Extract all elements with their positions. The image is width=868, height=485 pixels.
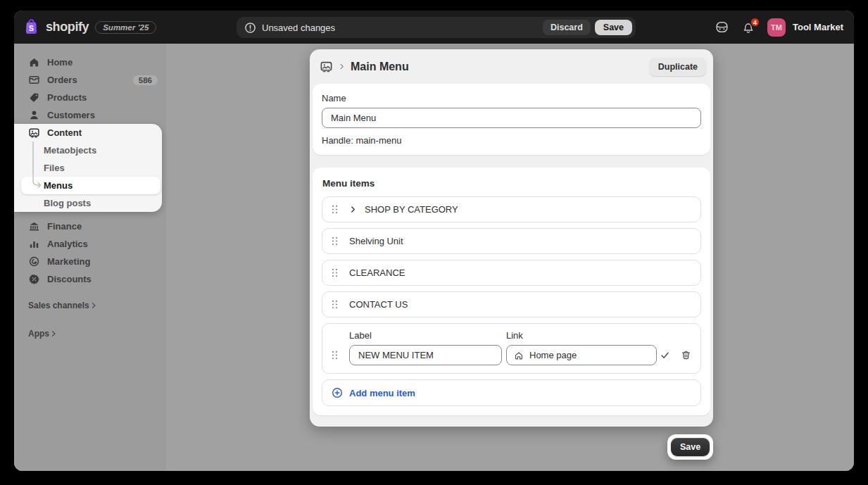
menu-item-row[interactable]: CLEARANCE [322,260,701,286]
orders-icon [28,74,40,86]
products-icon [28,92,40,103]
notification-count-badge: 4 [750,17,760,27]
version-badge: Summer ’25 [95,21,156,34]
chevron-right-icon [89,301,98,310]
menu-item-row[interactable]: Shelving Unit [322,228,701,254]
svg-text:S: S [29,24,34,32]
chevron-right-icon [338,63,346,70]
customers-icon [28,109,40,121]
unsaved-changes-bar: Unsaved changes Discard Save [237,17,636,38]
drag-handle-icon[interactable] [332,205,338,214]
marketing-icon [28,256,40,267]
notifications-button[interactable]: 4 [741,20,755,34]
sidebar-item-home[interactable]: Home [14,53,166,71]
chevron-right-icon [49,329,58,338]
save-button-main[interactable]: Save [671,438,710,456]
chevron-right-icon[interactable] [349,206,357,213]
finance-icon [28,220,40,232]
menu-item-edit-row: Label Link Home page [322,323,701,374]
dimmed-backdrop: Home Orders 586 Products Customers Con [14,44,854,471]
analytics-icon [28,238,40,250]
confirm-button[interactable] [660,350,670,360]
menu-items-title: Menu items [322,178,701,189]
shopify-logo[interactable]: S shopify Summer ’25 [14,18,156,36]
sidebar-item-finance[interactable]: Finance [14,218,166,235]
delete-button[interactable] [681,350,691,360]
app-window: S shopify Summer ’25 Unsaved changes Dis… [14,11,854,471]
drag-handle-icon[interactable] [332,237,338,246]
content-icon [320,60,333,73]
sidebar-content-group: Content Metaobjects Files Menus Blog pos… [14,124,162,212]
sidebar-item-content[interactable]: Content [14,124,162,141]
sidebar-item-products[interactable]: Products [14,89,166,106]
handle-note: Handle: main-menu [322,135,701,146]
save-dock: Save [667,434,713,460]
sidebar-section-sales-channels[interactable]: Sales channels [14,296,166,314]
menu-item-row[interactable]: SHOP BY CATEGORY [322,196,701,222]
page-title: Main Menu [351,61,409,73]
link-field-label: Link [506,330,657,341]
alert-circle-icon [244,22,256,34]
sidekick-icon[interactable] [715,20,729,34]
logo-wordmark: shopify [46,20,89,34]
menu-items-card: Menu items SHOP BY CATEGORY Shelving Uni… [313,168,710,415]
link-value: Home page [529,350,577,360]
home-icon [28,56,40,68]
content-icon [28,127,40,139]
sidebar-item-orders[interactable]: Orders 586 [14,71,166,89]
duplicate-button[interactable]: Duplicate [650,58,706,76]
name-input[interactable] [322,108,701,128]
link-input[interactable]: Home page [506,345,657,365]
discounts-icon [28,273,40,285]
plus-circle-icon [332,387,343,398]
tree-connector [32,141,42,189]
avatar[interactable]: TM [767,18,786,37]
account-name[interactable]: Tool Market [793,22,843,32]
top-bar: S shopify Summer ’25 Unsaved changes Dis… [14,11,854,44]
label-field-label: Label [349,330,502,341]
trash-icon [681,350,691,360]
sidebar-section-apps[interactable]: Apps [14,325,166,342]
sidebar-item-marketing[interactable]: Marketing [14,253,166,270]
sidebar-item-customers[interactable]: Customers [14,106,166,124]
name-field-label: Name [322,93,701,103]
save-button-topbar[interactable]: Save [595,20,632,35]
check-icon [660,350,670,360]
menu-editor-panel: Main Menu Duplicate Name Handle: main-me… [310,49,713,427]
orders-count-badge: 586 [133,75,158,85]
menu-item-row[interactable]: CONTACT US [322,291,701,317]
home-icon [514,351,524,360]
name-card: Name Handle: main-menu [313,84,710,155]
add-menu-item-row[interactable]: Add menu item [322,379,701,406]
shopify-bag-icon: S [23,18,39,36]
sidebar-item-analytics[interactable]: Analytics [14,235,166,253]
sidebar-item-blog-posts[interactable]: Blog posts [14,194,162,212]
add-menu-item-label: Add menu item [349,388,415,398]
label-input[interactable] [349,345,502,365]
drag-handle-icon[interactable] [332,300,338,309]
sidebar-nav: Home Orders 586 Products Customers Con [14,44,166,471]
discard-button[interactable]: Discard [543,20,591,35]
panel-header: Main Menu Duplicate [310,49,713,84]
sidebar-item-discounts[interactable]: Discounts [14,270,166,288]
unsaved-changes-text: Unsaved changes [262,23,335,33]
drag-handle-icon[interactable] [332,268,338,277]
drag-handle-icon[interactable] [332,345,338,365]
